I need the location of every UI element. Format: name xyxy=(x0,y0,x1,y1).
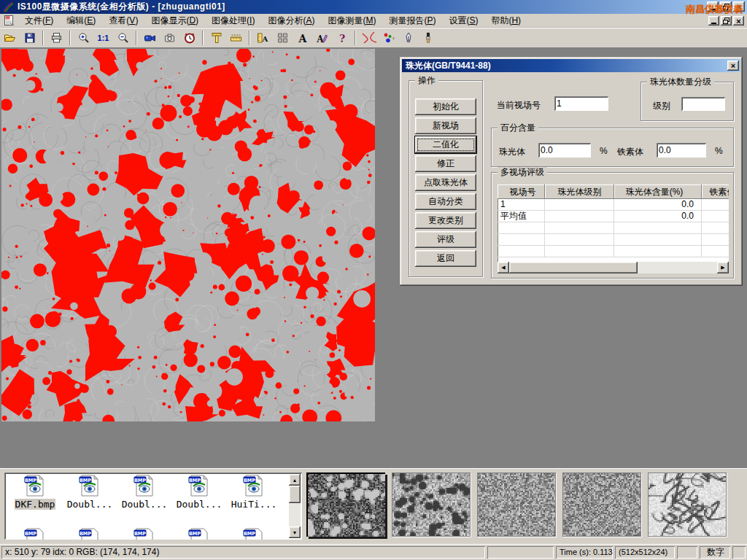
zoom-in-button[interactable] xyxy=(74,29,93,47)
pixel-grid-button[interactable] xyxy=(274,29,292,47)
caliper-measure-button[interactable] xyxy=(207,29,225,47)
scrollbar-thumb[interactable] xyxy=(509,262,638,273)
curve-tool-button[interactable] xyxy=(360,29,378,47)
pen-tool-button[interactable] xyxy=(399,29,417,47)
col-field-number[interactable]: 视场号 xyxy=(498,184,545,199)
bmp-file-icon: BMP xyxy=(243,475,265,497)
letter-a-icon: A xyxy=(297,32,309,44)
file-item[interactable]: BMP Doubl... xyxy=(173,475,225,510)
file-name[interactable]: DKF.bmp xyxy=(15,499,56,510)
child-close-button[interactable]: × xyxy=(733,16,744,26)
timer-button[interactable] xyxy=(180,29,198,47)
marker-dots-icon: 23 xyxy=(382,32,395,44)
return-button[interactable]: 返回 xyxy=(415,250,476,267)
cell-grade xyxy=(545,199,614,210)
caliper-icon xyxy=(211,32,222,44)
help-button[interactable]: ? xyxy=(333,29,351,47)
col-pearlite-content[interactable]: 珠光体含量(%) xyxy=(614,184,702,199)
vendor-brand-overlay: 南昌仪器仪表 xyxy=(686,3,743,16)
file-item-partial[interactable]: BMP xyxy=(9,528,61,540)
new-field-button[interactable]: 新视场 xyxy=(415,117,476,134)
video-capture-button[interactable] xyxy=(141,29,159,47)
menu-image-display[interactable]: 图像显示(D) xyxy=(144,14,205,27)
scroll-right-button[interactable]: ▶ xyxy=(717,262,729,273)
file-name[interactable]: Doubl... xyxy=(121,499,169,510)
text-edit-button[interactable]: A xyxy=(313,29,331,47)
current-field-input[interactable]: 1 xyxy=(554,96,608,111)
menu-help[interactable]: 帮助(H) xyxy=(484,14,527,27)
actual-size-button[interactable]: 1:1 xyxy=(94,29,112,47)
zoom-out-button[interactable] xyxy=(114,29,132,47)
ferrite-percent-input[interactable]: 0.0 xyxy=(657,143,706,158)
scrollbar-thumb[interactable] xyxy=(289,486,301,503)
ruler-measure-button[interactable] xyxy=(227,29,245,47)
menu-settings[interactable]: 设置(S) xyxy=(442,14,484,27)
col-ferrite[interactable]: 铁素体 xyxy=(702,184,729,199)
thumbnail-4[interactable] xyxy=(562,472,641,537)
thumbnail-5[interactable] xyxy=(648,472,727,537)
pick-pearlite-button[interactable]: 点取珠光体 xyxy=(415,174,476,191)
file-name[interactable]: Doubl... xyxy=(66,499,114,510)
col-pearlite-grade[interactable]: 珠光体级别 xyxy=(545,184,614,199)
thumbnail-3[interactable] xyxy=(477,472,556,537)
level-input[interactable] xyxy=(681,97,725,111)
thumbnail-1[interactable] xyxy=(306,472,385,537)
scroll-up-button[interactable]: ▲ xyxy=(289,474,301,486)
file-item[interactable]: BMP Doubl... xyxy=(118,475,171,510)
correct-button[interactable]: 修正 xyxy=(415,155,476,172)
file-browser[interactable]: BMP DKF.bmp BMP Doubl... BMP Doubl... BM… xyxy=(4,472,302,540)
auto-classify-button[interactable]: 自动分类 xyxy=(415,193,476,210)
child-restore-button[interactable] xyxy=(721,16,732,26)
file-item-partial[interactable]: BMP xyxy=(118,528,171,540)
operation-group: 操作 初始化 新视场 二值化 修正 点取珠光体 自动分类 更改类别 评级 返回 xyxy=(409,80,483,277)
snapshot-button[interactable] xyxy=(160,29,179,47)
printer-icon xyxy=(50,32,63,44)
table-row[interactable]: 1 0.0 xyxy=(498,199,729,211)
file-item[interactable]: BMP HuiTi... xyxy=(228,475,280,510)
ferrite-percent-sign: % xyxy=(715,146,723,156)
thumbnail-2[interactable] xyxy=(392,472,471,537)
file-item-partial[interactable]: BMP xyxy=(63,528,116,540)
change-class-button[interactable]: 更改类别 xyxy=(415,212,476,229)
measure-label-button[interactable]: A xyxy=(254,29,272,47)
menu-image-analysis[interactable]: 图像分析(A) xyxy=(261,14,321,27)
save-button[interactable] xyxy=(20,29,39,47)
svg-text:DOC: DOC xyxy=(5,17,11,20)
text-annotate-button[interactable]: A xyxy=(293,29,311,47)
rating-table[interactable]: 视场号 珠光体级别 珠光体含量(%) 铁素体 1 0.0 平均值 0.0 xyxy=(498,184,729,273)
scroll-down-button[interactable]: ▼ xyxy=(289,526,301,538)
file-item-partial[interactable]: BMP xyxy=(228,528,280,540)
document-icon[interactable]: DOC xyxy=(4,15,15,26)
svg-text:BMP: BMP xyxy=(25,531,36,537)
file-name[interactable]: Doubl... xyxy=(176,499,223,510)
file-item[interactable]: BMP DKF.bmp xyxy=(9,475,61,510)
file-item[interactable]: BMP Doubl... xyxy=(63,475,116,510)
binarize-button[interactable]: 二值化 xyxy=(415,136,476,153)
table-row[interactable]: 平均值 0.0 xyxy=(498,211,729,222)
menu-edit[interactable]: 编辑(E) xyxy=(60,14,102,27)
dialog-close-button[interactable]: × xyxy=(727,61,739,71)
micrograph-image[interactable] xyxy=(1,49,375,421)
file-item-partial[interactable]: BMP xyxy=(173,528,225,540)
brush-tool-button[interactable] xyxy=(419,29,437,47)
title-bar: IS100显微摄像系统(金相分析版) - [zhuguangti01] × xyxy=(0,0,747,14)
print-button[interactable] xyxy=(47,29,66,47)
pearlite-percent-input[interactable]: 0.0 xyxy=(538,143,591,158)
cell-pearlite: 0.0 xyxy=(614,199,702,210)
child-minimize-button[interactable] xyxy=(708,16,719,26)
table-horizontal-scrollbar[interactable]: ◀ ▶ xyxy=(498,262,729,273)
scroll-left-button[interactable]: ◀ xyxy=(498,262,509,273)
zoom-in-icon xyxy=(78,32,90,44)
file-list-scrollbar[interactable]: ▲ ▼ xyxy=(289,474,301,538)
menu-file[interactable]: 文件(F) xyxy=(18,14,60,27)
menu-image-process[interactable]: 图像处理(I) xyxy=(205,14,261,27)
file-name[interactable]: HuiTi... xyxy=(231,499,278,510)
open-file-button[interactable] xyxy=(1,29,19,47)
menu-measure-report[interactable]: 测量报告(P) xyxy=(382,14,442,27)
color-markers-button[interactable]: 23 xyxy=(379,29,398,47)
dialog-title-bar: 珠光体(GB/T9441-88) × xyxy=(402,59,740,72)
init-button[interactable]: 初始化 xyxy=(415,98,476,115)
menu-view[interactable]: 查看(V) xyxy=(102,14,144,27)
menu-image-measure[interactable]: 图像测量(M) xyxy=(321,14,382,27)
rate-button[interactable]: 评级 xyxy=(415,231,476,248)
